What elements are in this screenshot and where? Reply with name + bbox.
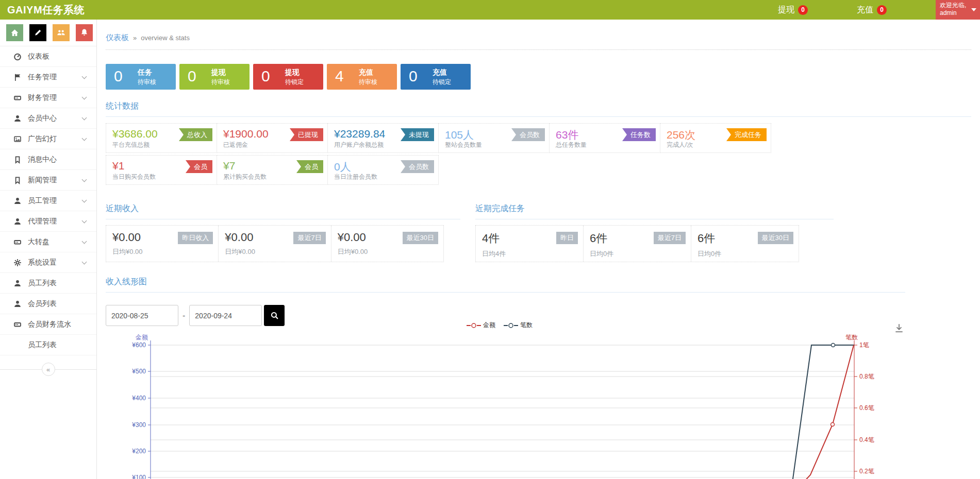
sidebar-item-label: 员工列表: [28, 340, 57, 350]
sidebar-item-task-mgmt[interactable]: 任务管理: [0, 67, 96, 88]
series-amount-line: [803, 345, 854, 479]
pencil-icon[interactable]: [29, 24, 46, 41]
left-axis-tick-labels: ¥600 ¥500 ¥400 ¥300 ¥200 ¥100: [131, 341, 146, 479]
sidebar-item-staff-list-2[interactable]: 员工列表: [0, 335, 96, 355]
summary-title: 充值: [359, 68, 373, 77]
sidebar-item-member-list[interactable]: 会员列表: [0, 294, 96, 314]
user-icon: [13, 114, 23, 123]
summary-box-task-pending[interactable]: 0 任务 待审核: [106, 64, 176, 90]
sidebar: 仪表板 任务管理 财务管理 会员中心 广告幻灯 消息中心 新闻管理 员工管理 代…: [0, 20, 97, 479]
recent-income-30days: ¥0.00 最近30日 日均¥0.00: [331, 226, 443, 262]
summary-value: 4: [335, 67, 344, 85]
status-badge: 完成任务: [726, 128, 767, 141]
stat-card-today-member-buys: ¥1 会员 当日购买会员数: [106, 155, 217, 185]
chevron-down-icon: [971, 8, 976, 11]
svg-text:¥100: ¥100: [131, 474, 146, 479]
bell-icon[interactable]: [76, 24, 93, 41]
header-recharge-link[interactable]: 充值 0: [857, 5, 887, 15]
stat-card-unwithdrawn: ¥23289.84 未提现 用户账户余额总额: [327, 123, 439, 153]
recent-subtitle: 日均¥0.00: [338, 247, 437, 256]
status-badge: 最近7日: [654, 232, 686, 244]
left-axis-tick-marks: [148, 345, 151, 477]
stat-card-task-count: 63件 任务数 总任务数量: [549, 123, 660, 153]
summary-subtitle: 待锁定: [433, 78, 451, 87]
withdraw-count-badge: 0: [798, 5, 808, 15]
stat-subtitle: 完成人/次: [667, 141, 693, 149]
chevron-down-icon: [82, 198, 87, 203]
app-header: GAIYM任务系统 提现 0 充值 0 欢迎光临, admin: [0, 0, 980, 20]
sidebar-item-label: 任务管理: [28, 73, 57, 82]
date-range-separator: -: [182, 311, 185, 320]
summary-title: 提现: [285, 68, 300, 77]
summary-subtitle: 待锁定: [285, 78, 304, 87]
home-icon[interactable]: [6, 24, 23, 41]
recharge-count-badge: 0: [877, 5, 887, 15]
legend-item-amount[interactable]: 金额: [467, 321, 495, 330]
header-withdraw-link[interactable]: 提现 0: [778, 5, 808, 15]
summary-value: 0: [261, 67, 270, 85]
summary-value: 0: [409, 67, 418, 85]
summary-title: 提现: [211, 68, 226, 77]
sidebar-item-system-settings[interactable]: 系统设置: [0, 252, 96, 273]
user-menu[interactable]: 欢迎光临, admin: [936, 0, 980, 20]
status-badge: 已提现: [290, 128, 323, 141]
recent-tasks-yesterday: 4件 昨日 日均4件: [476, 226, 583, 262]
sidebar-item-finance-mgmt[interactable]: 财务管理: [0, 88, 96, 108]
stat-subtitle: 总任务数量: [556, 141, 587, 149]
sidebar-item-dashboard[interactable]: 仪表板: [0, 46, 96, 67]
sidebar-item-ad-slides[interactable]: 广告幻灯: [0, 129, 96, 149]
sidebar-collapse-button[interactable]: «: [42, 363, 55, 376]
users-icon[interactable]: [53, 24, 70, 41]
sidebar-item-member-center[interactable]: 会员中心: [0, 108, 96, 129]
date-from-input[interactable]: [106, 305, 178, 326]
summary-title: 任务: [138, 68, 152, 77]
status-badge: 会员数: [511, 128, 545, 141]
svg-text:0.8笔: 0.8笔: [859, 373, 874, 380]
stats-row-1: ¥3686.00 总收入 平台充值总额 ¥1900.00 已提现 已返佣金 ¥2…: [106, 123, 971, 153]
stat-card-today-registrations: 0人 会员数 当日注册会员数: [327, 155, 439, 185]
summary-title: 充值: [433, 68, 447, 77]
summary-box-withdraw-pending[interactable]: 0 提现 待审核: [179, 64, 250, 90]
section-title-recent-tasks: 近期完成任务: [475, 203, 834, 219]
sidebar-item-agent-mgmt[interactable]: 代理管理: [0, 211, 96, 232]
stat-card-completed-tasks: 256次 完成任务 完成人/次: [660, 123, 771, 153]
summary-subtitle: 待审核: [359, 78, 377, 87]
summary-subtitle: 待审核: [138, 78, 156, 87]
recent-tasks-7days: 6件 最近7日 日均0件: [583, 226, 691, 262]
sidebar-item-news-mgmt[interactable]: 新闻管理: [0, 170, 96, 191]
sidebar-item-label: 仪表板: [28, 52, 49, 61]
bookmark-icon: [13, 176, 23, 184]
chart-canvas: 金额 笔数 ¥600 ¥500 ¥400: [106, 333, 928, 479]
sidebar-item-label: 新闻管理: [28, 176, 57, 185]
sidebar-item-staff-list[interactable]: 员工列表: [0, 273, 96, 294]
section-title-recent-income: 近期收入: [106, 203, 460, 219]
sidebar-item-label: 会员中心: [28, 114, 57, 123]
summary-box-withdraw-locked[interactable]: 0 提现 待锁定: [253, 64, 323, 90]
search-icon: [270, 311, 279, 320]
date-to-input[interactable]: [189, 305, 262, 326]
search-button[interactable]: [264, 305, 285, 326]
sidebar-item-label: 系统设置: [28, 258, 57, 267]
stats-row-2: ¥1 会员 当日购买会员数 ¥7 会员 累计购买会员数 0人 会员数 当日注册会…: [106, 155, 971, 185]
left-axis-title: 金额: [135, 334, 148, 341]
recent-income-7days: ¥0.00 最近7日 日均¥0.00: [218, 226, 330, 262]
breadcrumb-dashboard-link[interactable]: 仪表板: [106, 33, 129, 43]
status-badge: 任务数: [622, 128, 656, 141]
breadcrumb: 仪表板 » overview & stats: [106, 20, 971, 43]
summary-box-recharge-pending[interactable]: 4 充值 待审核: [327, 64, 397, 90]
chevron-down-icon: [82, 136, 87, 141]
legend-item-count[interactable]: 笔数: [504, 321, 533, 330]
stat-subtitle: 当日购买会员数: [112, 173, 156, 181]
stat-value: 0人: [334, 161, 351, 173]
status-badge: 未提现: [401, 128, 434, 141]
status-badge: 昨日: [556, 232, 578, 244]
sidebar-item-wheel[interactable]: 大转盘: [0, 232, 96, 252]
summary-box-recharge-locked[interactable]: 0 充值 待锁定: [401, 64, 471, 90]
sidebar-item-member-finance-log[interactable]: 会员财务流水: [0, 314, 96, 335]
sidebar-item-staff-mgmt[interactable]: 员工管理: [0, 191, 96, 211]
gear-icon: [13, 259, 23, 267]
sidebar-item-message-center[interactable]: 消息中心: [0, 149, 96, 170]
sidebar-item-label: 会员列表: [28, 299, 57, 309]
stat-card-withdrawn: ¥1900.00 已提现 已返佣金: [217, 123, 328, 153]
svg-text:¥300: ¥300: [131, 421, 146, 429]
